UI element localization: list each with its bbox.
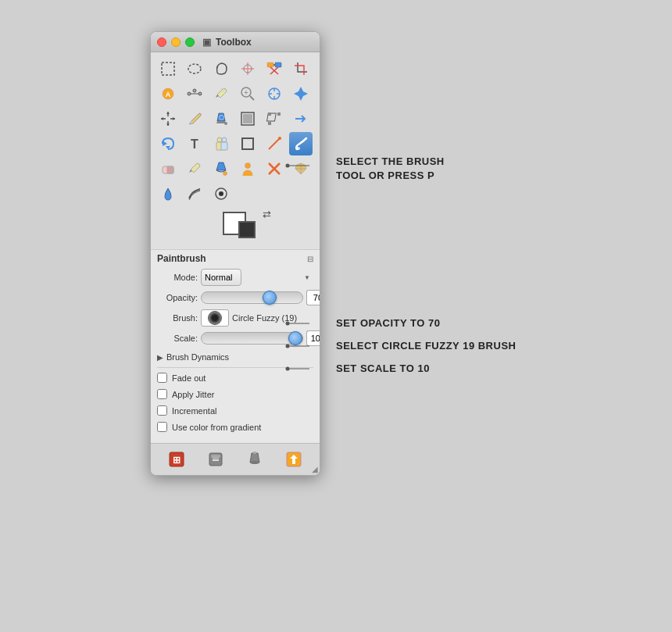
ink-tool[interactable] (209, 182, 233, 205)
svg-marker-33 (166, 123, 170, 126)
fade-out-label[interactable]: Fade out (172, 373, 206, 383)
brush-row: Brush: Circle Fuzzy (19) (157, 309, 313, 327)
svg-marker-35 (173, 117, 175, 120)
svg-point-82 (286, 367, 290, 371)
transform-tool[interactable] (263, 107, 286, 130)
apply-jitter-label[interactable]: Apply Jitter (172, 390, 214, 399)
scale-slider[interactable] (201, 332, 303, 345)
paintbrush-section: Paintbrush ⊟ Mode: Normal Dissolve Multi… (151, 250, 320, 440)
svg-rect-41 (268, 112, 271, 116)
mode-row: Mode: Normal Dissolve Multiply Screen Ov… (157, 269, 313, 286)
svg-rect-27 (298, 91, 303, 96)
shape-fill-tool[interactable] (236, 107, 259, 130)
eyedropper2-tool[interactable] (183, 157, 206, 180)
svg-point-11 (188, 92, 191, 95)
background-color[interactable] (238, 221, 256, 238)
tool-grid-area: A (151, 52, 320, 250)
mode-select[interactable]: Normal Dissolve Multiply Screen Overlay (201, 269, 241, 286)
svg-point-54 (295, 147, 300, 150)
svg-point-36 (224, 122, 227, 125)
svg-point-1 (188, 64, 201, 73)
apply-jitter-row: Apply Jitter (157, 387, 313, 401)
svg-point-58 (245, 163, 251, 169)
svg-point-71 (250, 461, 259, 464)
export-button[interactable] (283, 448, 305, 470)
clone-stamp-tool[interactable] (236, 157, 259, 180)
section-header: Paintbrush ⊟ (157, 253, 313, 264)
brush-dynamics-row[interactable]: ▶ Brush Dynamics (157, 350, 313, 364)
arrow-tool[interactable] (289, 107, 313, 130)
svg-point-64 (219, 191, 223, 196)
annotation-brush-line (309, 166, 310, 166)
brush-circle-preview (208, 311, 222, 325)
heal-tool[interactable] (263, 157, 286, 180)
airbrush-tool[interactable] (156, 182, 180, 205)
opacity-label: Opacity: (157, 293, 198, 302)
svg-point-13 (193, 89, 196, 92)
layers-tool[interactable]: A (156, 82, 180, 105)
paint-bucket-tool[interactable]: ⬡ (209, 107, 233, 130)
new-image-button[interactable]: ⊞ (166, 448, 188, 470)
dodge-tool[interactable] (289, 157, 313, 180)
maximize-button[interactable] (185, 37, 195, 47)
scissors-tool[interactable] (263, 57, 286, 80)
brush-tool[interactable] (289, 132, 313, 155)
use-color-gradient-checkbox[interactable] (157, 422, 167, 432)
pencil-tool[interactable] (183, 107, 206, 130)
marquee-ellipse-tool[interactable] (183, 57, 206, 80)
annotation-brush-text: SELECT THE BRUSHTOOL OR PRESS P (336, 155, 445, 183)
clone-tool[interactable] (209, 132, 233, 155)
smart-select-tool[interactable] (236, 57, 259, 80)
opacity-value-input[interactable]: 70.0 (306, 290, 320, 305)
use-color-gradient-label[interactable]: Use color from gradient (172, 423, 261, 432)
bucket-button[interactable] (244, 448, 266, 470)
move-tool[interactable] (289, 82, 313, 105)
incremental-checkbox[interactable] (157, 405, 167, 416)
fade-out-checkbox[interactable] (157, 373, 167, 383)
tool-grid-row4: T (154, 132, 316, 155)
paths-tool[interactable] (183, 82, 206, 105)
crop-tool[interactable] (289, 57, 313, 80)
section-collapse-icon[interactable]: ⊟ (307, 255, 313, 263)
zoom-tool[interactable]: + (236, 82, 259, 105)
close-button[interactable] (157, 37, 166, 47)
compass-tool[interactable] (263, 82, 286, 105)
opacity-slider[interactable] (201, 291, 303, 304)
calligraphy-tool[interactable] (183, 182, 206, 205)
delete-button[interactable] (205, 448, 227, 470)
lasso-tool[interactable] (209, 57, 233, 80)
crosshair-tool[interactable] (156, 107, 180, 130)
svg-marker-44 (163, 141, 167, 146)
scale-value-input[interactable]: 10.00 (306, 330, 320, 346)
mode-label: Mode: (157, 273, 198, 282)
incremental-row: Incremental (157, 404, 313, 417)
svg-point-76 (286, 164, 290, 168)
svg-rect-39 (243, 114, 252, 123)
scale-spinbox: 10.00 ▲ ▼ (306, 330, 320, 346)
minimize-button[interactable] (171, 37, 181, 47)
brush-name[interactable]: Circle Fuzzy (19) (232, 313, 313, 323)
svg-point-80 (286, 345, 290, 348)
bucket2-tool[interactable] (209, 157, 233, 180)
apply-jitter-checkbox[interactable] (157, 389, 167, 399)
tool-grid-row6 (154, 182, 316, 205)
resize-handle[interactable]: ◢ (312, 466, 318, 473)
annotation-scale-line (309, 369, 310, 370)
annotation-scale-text: SET SCALE TO 10 (336, 362, 430, 374)
undo-tool[interactable] (156, 132, 180, 155)
eyedropper-tool[interactable] (209, 82, 233, 105)
annotation-brush-name-line (309, 346, 310, 347)
section-title: Paintbrush (157, 253, 206, 264)
brush-preview[interactable] (201, 309, 229, 327)
app-icon: ▣ (202, 37, 211, 48)
fade-out-row: Fade out (157, 371, 313, 384)
svg-rect-51 (242, 138, 253, 149)
svg-text:A: A (166, 91, 171, 98)
shape-tool[interactable] (236, 132, 259, 155)
eraser-tool[interactable] (156, 157, 180, 180)
paint-line-tool[interactable] (263, 132, 286, 155)
swap-colors-icon[interactable]: ⇄ (263, 209, 271, 220)
marquee-rect-tool[interactable] (156, 57, 180, 80)
incremental-label[interactable]: Incremental (172, 406, 216, 416)
text-tool[interactable]: T (183, 132, 206, 155)
